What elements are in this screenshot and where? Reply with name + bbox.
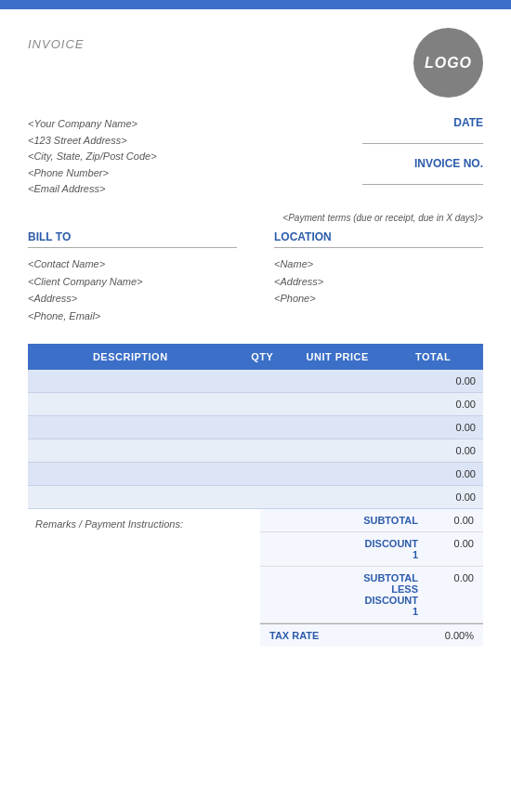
row-unit-price[interactable] [292,392,383,415]
company-address2: <City, State, Zip/Post Code> [28,149,157,165]
tax-rate-label: TAX RATE [269,630,319,641]
row-qty[interactable] [233,415,293,439]
table-row[interactable]: 0.00 [28,392,483,415]
row-total: 0.00 [383,485,483,508]
bill-company-name: <Client Company Name> [28,273,237,291]
row-unit-price[interactable] [292,415,383,439]
header-row: INVOICE LOGO [28,28,483,98]
remarks-column: Remarks / Payment Instructions: [28,509,260,647]
top-bar [0,0,511,9]
bill-to-content: <Contact Name> <Client Company Name> <Ad… [28,255,237,325]
tax-rate-value: 0.00% [445,630,474,641]
logo-circle: LOGO [413,28,483,98]
payment-terms-text: <Payment terms (due or receipt, due in X… [282,213,483,223]
remarks-label: Remarks / Payment Instructions: [35,518,183,530]
table-header-row: DESCRIPTION QTY UNIT PRICE TOTAL [28,344,483,370]
col-qty: QTY [233,344,293,370]
row-qty[interactable] [233,485,293,508]
location-address: <Address> [274,273,483,291]
tax-rate-row: TAX RATE 0.00% [260,623,483,647]
subtotal-less-value: 0.00 [427,572,474,583]
invoice-no-label: INVOICE NO. [334,157,483,170]
row-unit-price[interactable] [292,462,383,485]
row-unit-price[interactable] [292,439,383,462]
subtotal-label: SUBTOTAL [269,515,418,526]
bottom-section: Remarks / Payment Instructions: SUBTOTAL… [28,509,483,647]
location-column: LOCATION <Name> <Address> <Phone> [274,230,483,325]
row-unit-price[interactable] [292,370,383,393]
table-row[interactable]: 0.00 [28,439,483,462]
bill-to-heading: BILL TO [28,230,237,248]
company-address1: <123 Street Address> [28,133,157,150]
location-heading: LOCATION [274,230,483,248]
row-total: 0.00 [383,370,483,393]
row-qty[interactable] [233,462,293,485]
bill-address: <Address> [28,290,237,308]
col-total: TOTAL [383,344,483,370]
bill-to-column: BILL TO <Contact Name> <Client Company N… [28,230,237,325]
discount-row: DISCOUNT 1 0.00 [260,532,483,567]
row-total: 0.00 [383,392,483,415]
col-unit-price: UNIT PRICE [292,344,383,370]
discount-label: DISCOUNT 1 [269,538,418,560]
table-row[interactable]: 0.00 [28,462,483,485]
row-qty[interactable] [233,370,293,393]
subtotal-less-label: SUBTOTALLESSDISCOUNT 1 [269,572,418,617]
date-label: DATE [334,116,483,129]
subtotal-less-row: SUBTOTALLESSDISCOUNT 1 0.00 [260,567,483,623]
row-description[interactable] [28,439,233,462]
table-row[interactable]: 0.00 [28,485,483,508]
company-email: <Email Address> [28,181,157,198]
row-description[interactable] [28,462,233,485]
payment-terms-row: <Payment terms (due or receipt, due in X… [28,213,483,223]
bill-location-row: BILL TO <Contact Name> <Client Company N… [28,230,483,325]
company-phone: <Phone Number> [28,165,157,182]
row-description[interactable] [28,392,233,415]
company-info: <Your Company Name> <123 Street Address>… [28,116,157,198]
company-name: <Your Company Name> [28,116,157,133]
date-invoice-section: DATE INVOICE NO. [334,116,483,198]
discount-value: 0.00 [427,538,474,549]
invoice-no-field-line[interactable] [362,170,483,185]
bill-phone-email: <Phone, Email> [28,308,237,325]
date-field-line[interactable] [362,129,483,144]
row-qty[interactable] [233,439,293,462]
row-description[interactable] [28,415,233,439]
table-row[interactable]: 0.00 [28,370,483,393]
location-phone: <Phone> [274,290,483,308]
totals-column: SUBTOTAL 0.00 DISCOUNT 1 0.00 SUBTOTALLE… [260,509,483,647]
col-description: DESCRIPTION [28,344,233,370]
invoice-table: DESCRIPTION QTY UNIT PRICE TOTAL 0.00 0.… [28,344,483,509]
table-row[interactable]: 0.00 [28,415,483,439]
location-name: <Name> [274,255,483,273]
bill-contact-name: <Contact Name> [28,255,237,273]
row-total: 0.00 [383,439,483,462]
row-qty[interactable] [233,392,293,415]
invoice-label: INVOICE [28,37,84,51]
row-unit-price[interactable] [292,485,383,508]
row-description[interactable] [28,370,233,393]
subtotal-value: 0.00 [427,515,474,526]
info-section: <Your Company Name> <123 Street Address>… [28,116,483,198]
subtotal-row: SUBTOTAL 0.00 [260,509,483,532]
row-total: 0.00 [383,415,483,439]
logo-text: LOGO [425,55,472,72]
row-total: 0.00 [383,462,483,485]
location-content: <Name> <Address> <Phone> [274,255,483,308]
row-description[interactable] [28,485,233,508]
